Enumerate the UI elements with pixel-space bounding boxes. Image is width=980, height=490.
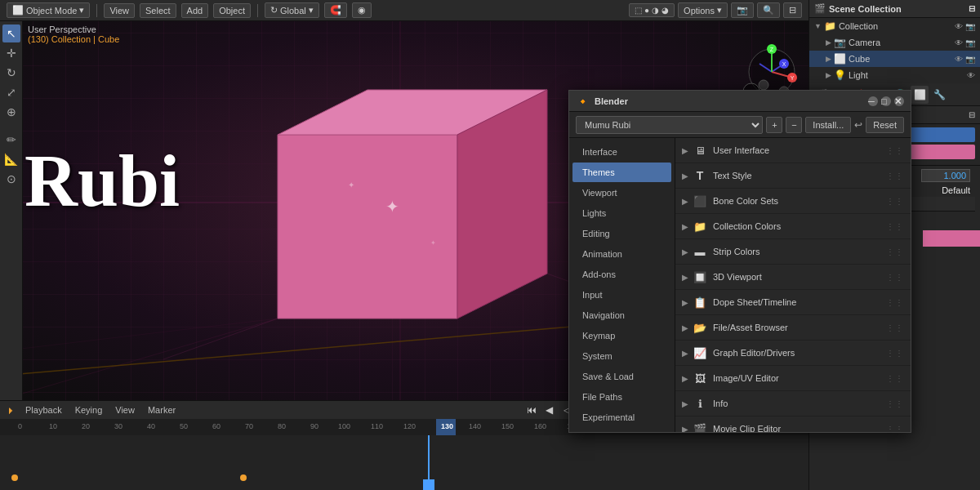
section-strip-colors[interactable]: ▶ ▬ Strip Colors ⋮⋮ — [675, 239, 911, 265]
svg-point-28 — [759, 80, 768, 90]
modifier-props-icon[interactable]: 🔧 — [930, 86, 948, 104]
camera-eye[interactable]: 👁 — [955, 38, 963, 47]
fb-icon: 📂 — [692, 319, 708, 336]
tool-scale[interactable]: ⤢ — [2, 83, 20, 101]
nav-input[interactable]: Input — [572, 285, 671, 305]
rubi-text: Rubi — [24, 139, 180, 223]
nav-animation[interactable]: Animation — [572, 244, 671, 264]
tool-annotate[interactable]: ✏ — [2, 131, 20, 149]
transform-orientation[interactable]: ↻ Global ▾ — [265, 2, 319, 18]
pink-color-strip[interactable] — [923, 230, 980, 247]
tool-move[interactable]: ✛ — [2, 44, 20, 62]
svg-text:140: 140 — [469, 422, 481, 430]
add-menu[interactable]: Add — [181, 3, 209, 18]
filter-button[interactable]: ⊟ — [783, 2, 802, 18]
minimize-btn[interactable]: ─ — [868, 96, 878, 106]
separator-1 — [96, 4, 97, 17]
undo-icon: ↩ — [854, 119, 862, 131]
section-file-browser[interactable]: ▶ 📂 File/Asset Browser ⋮⋮ — [675, 315, 911, 341]
cube-render[interactable]: 📷 — [965, 55, 975, 64]
proportional-edit[interactable]: ◉ — [352, 2, 372, 18]
nav-themes[interactable]: Themes — [572, 163, 671, 182]
nav-viewport[interactable]: Viewport — [572, 183, 671, 203]
shading-rendered[interactable]: ◕ — [662, 6, 669, 15]
section-dope-sheet[interactable]: ▶ 📋 Dope Sheet/Timeline ⋮⋮ — [675, 290, 911, 315]
tool-rotate[interactable]: ↻ — [2, 64, 20, 82]
reset-theme-btn[interactable]: Reset — [866, 117, 904, 133]
section-graph-editor[interactable]: ▶ 📈 Graph Editor/Drivers ⋮⋮ — [675, 341, 911, 366]
nav-system[interactable]: System — [572, 346, 671, 366]
install-theme-btn[interactable]: Install... — [805, 117, 851, 133]
nav-lights[interactable]: Lights — [572, 203, 671, 223]
object-menu[interactable]: Object — [213, 3, 251, 18]
view-menu[interactable]: View — [104, 3, 135, 18]
info-dots: ⋮⋮ — [886, 399, 904, 408]
search-button[interactable]: 🔍 — [757, 2, 780, 18]
alpha-value[interactable]: 1.000 — [921, 169, 970, 182]
jump-start-btn[interactable]: ⏮ — [525, 403, 538, 416]
outliner-item-camera[interactable]: ▶ 📷 Camera 👁 📷 — [809, 34, 980, 51]
nav-addons[interactable]: Add-ons — [572, 265, 671, 284]
tool-transform[interactable]: ⊕ — [2, 103, 20, 121]
section-text-style[interactable]: ▶ T Text Style ⋮⋮ — [675, 163, 911, 189]
outliner-item-collection[interactable]: ▼ 📁 Collection 👁 📷 — [809, 18, 980, 34]
shading-solid[interactable]: ● — [644, 6, 649, 15]
nav-editing[interactable]: Editing — [572, 224, 671, 243]
filter-outliner-icon[interactable]: ⊟ — [969, 4, 975, 13]
object-mode-dropdown[interactable]: ⬜ Object Mode ▾ — [7, 2, 90, 18]
keying-menu[interactable]: Keying — [72, 404, 106, 416]
view-menu-tl[interactable]: View — [112, 404, 138, 416]
shading-wireframe[interactable]: ⬚ — [635, 6, 642, 15]
tool-measure[interactable]: 📐 — [2, 150, 20, 168]
section-info[interactable]: ▶ ℹ Info ⋮⋮ — [675, 391, 911, 416]
visibility-eye[interactable]: 👁 — [955, 22, 963, 31]
section-3d-viewport[interactable]: ▶ 🔲 3D Viewport ⋮⋮ — [675, 265, 911, 290]
section-image-uv[interactable]: ▶ 🖼 Image/UV Editor ⋮⋮ — [675, 366, 911, 391]
snap-toggle[interactable]: 🧲 — [324, 2, 347, 18]
nav-interface[interactable]: Interface — [572, 142, 671, 162]
close-btn[interactable]: ✕ — [894, 96, 904, 106]
dope-dots: ⋮⋮ — [886, 298, 904, 307]
nav-save-load[interactable]: Save & Load — [572, 367, 671, 386]
svg-text:Z: Z — [770, 47, 774, 52]
props-filter[interactable]: ⊟ — [969, 110, 975, 119]
section-collection-colors[interactable]: ▶ 📁 Collection Colors ⋮⋮ — [675, 214, 911, 239]
render-button[interactable]: 📷 — [731, 2, 754, 18]
add-theme-btn[interactable]: + — [766, 117, 782, 133]
light-eye[interactable]: 👁 — [967, 71, 975, 80]
marker-menu[interactable]: Marker — [145, 404, 179, 416]
nav-experimental[interactable]: Experimental — [572, 408, 671, 427]
object-props-icon[interactable]: ⬜ — [911, 86, 929, 104]
playback-menu[interactable]: Playback — [22, 404, 65, 416]
prev-keyframe-btn[interactable]: ◀ — [543, 403, 556, 416]
options-button[interactable]: Options ▾ — [678, 2, 728, 18]
blender-icon: 🔸 — [576, 95, 590, 108]
playback-icon: ⏵ — [7, 405, 16, 415]
outliner-item-cube[interactable]: ▶ ⬜ Cube 👁 📷 — [809, 51, 980, 67]
prefs-title: Blender — [595, 96, 628, 106]
nav-keymap[interactable]: Keymap — [572, 326, 671, 345]
tool-select[interactable]: ↖ — [2, 24, 20, 42]
nav-navigation[interactable]: Navigation — [572, 305, 671, 325]
keyframe-1 — [11, 474, 18, 481]
collection-icon: 📁 — [824, 20, 836, 32]
maximize-btn[interactable]: □ — [881, 96, 891, 106]
viewport-shading-icons[interactable]: ⬚ ● ◑ ◕ — [629, 3, 675, 17]
remove-theme-btn[interactable]: − — [786, 117, 802, 133]
mc-arrow: ▶ — [682, 425, 688, 433]
section-user-interface[interactable]: ▶ 🖥 User Interface ⋮⋮ — [675, 138, 911, 163]
nav-file-paths[interactable]: File Paths — [572, 387, 671, 407]
camera-render[interactable]: 📷 — [965, 38, 975, 47]
tool-cursor[interactable]: ⊙ — [2, 170, 20, 188]
section-bone-color[interactable]: ▶ ⬛ Bone Color Sets ⋮⋮ — [675, 189, 911, 214]
svg-text:80: 80 — [278, 422, 286, 430]
outliner-item-light[interactable]: ▶ 💡 Light 👁 — [809, 67, 980, 83]
cube-eye[interactable]: 👁 — [955, 55, 963, 64]
select-menu[interactable]: Select — [140, 3, 176, 18]
theme-select[interactable]: Mumu Rubi — [576, 116, 763, 134]
shading-material[interactable]: ◑ — [652, 6, 659, 15]
section-movie-clip[interactable]: ▶ 🎬 Movie Clip Editor ⋮⋮ — [675, 416, 911, 432]
render-cam[interactable]: 📷 — [965, 22, 975, 31]
text-icon: T — [692, 167, 708, 184]
timeline-tracks[interactable] — [0, 435, 808, 490]
